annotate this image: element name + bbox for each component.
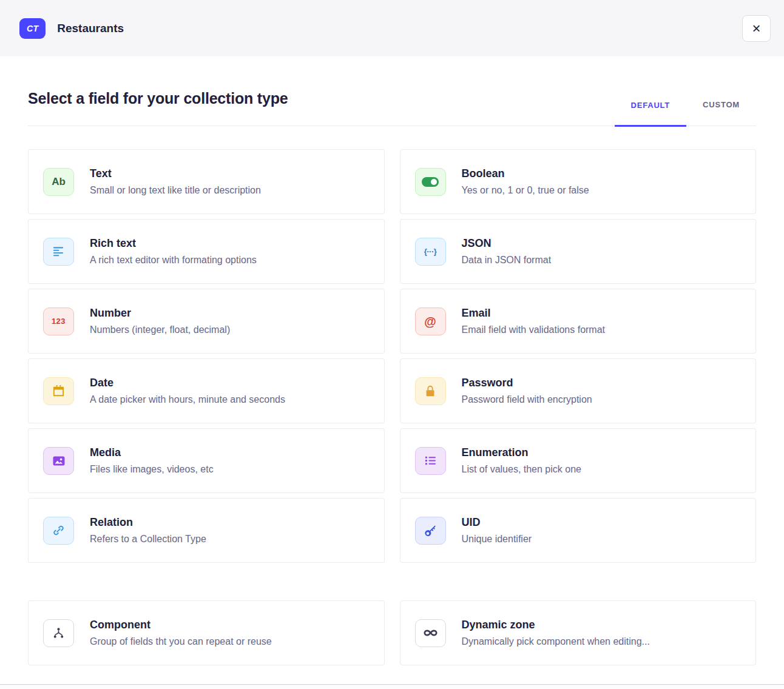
modal-header: CT Restaurants × — [0, 0, 784, 56]
title-row: Select a field for your collection type … — [28, 90, 756, 126]
field-description: Numbers (integer, float, decimal) — [90, 324, 230, 335]
field-card-boolean[interactable]: Boolean Yes or no, 1 or 0, true or false — [400, 149, 757, 214]
field-name: Text — [90, 167, 261, 180]
field-name: Media — [90, 446, 214, 459]
field-card-text[interactable]: Ab Text Small or long text like title or… — [28, 149, 385, 214]
richtext-icon — [43, 238, 74, 266]
field-card-json[interactable]: {···} JSON Data in JSON format — [400, 219, 757, 284]
field-description: List of values, then pick one — [462, 464, 581, 475]
media-icon — [43, 447, 74, 475]
field-name: Dynamic zone — [462, 619, 650, 631]
boolean-icon — [415, 168, 446, 196]
relation-icon — [43, 517, 74, 545]
tab-custom[interactable]: CUSTOM — [686, 100, 756, 126]
field-description: Dynamically pick component when editing.… — [462, 636, 650, 647]
field-description: Small or long text like title or descrip… — [90, 185, 261, 196]
field-grid-bottom: Component Group of fields tht you can re… — [28, 600, 756, 665]
field-card-date[interactable]: Date A date picker with hours, minute an… — [28, 358, 385, 423]
json-icon: {···} — [415, 238, 446, 266]
field-card-media[interactable]: Media Files like images, videos, etc — [28, 428, 385, 493]
field-name: Email — [462, 307, 606, 320]
field-card-relation[interactable]: Relation Refers to a Collection Type — [28, 498, 385, 563]
field-description: A date picker with hours, minute and sec… — [90, 394, 285, 405]
field-description: Yes or no, 1 or 0, true or false — [462, 185, 589, 196]
field-description: Email field with validations format — [462, 324, 606, 335]
password-icon — [415, 377, 446, 405]
collection-title: Restaurants — [57, 22, 124, 35]
modal-body: Select a field for your collection type … — [0, 90, 784, 665]
field-name: Relation — [90, 516, 206, 529]
field-name: Enumeration — [462, 446, 581, 459]
uid-icon — [415, 517, 446, 545]
field-description: Unique identifier — [462, 534, 532, 545]
date-icon — [43, 377, 74, 405]
field-name: Password — [462, 377, 592, 389]
component-icon — [43, 619, 74, 647]
close-icon: × — [752, 21, 760, 36]
dynamiczone-icon — [415, 619, 446, 647]
field-name: Number — [90, 307, 230, 320]
close-button[interactable]: × — [742, 15, 771, 42]
field-name: Boolean — [462, 167, 589, 180]
field-name: Rich text — [90, 237, 257, 250]
modal-footer-edge — [0, 684, 784, 689]
number-icon: 123 — [43, 308, 74, 335]
field-card-password[interactable]: Password Password field with encryption — [400, 358, 757, 423]
email-icon: @ — [415, 308, 446, 335]
field-description: Files like images, videos, etc — [90, 464, 214, 475]
field-card-email[interactable]: @ Email Email field with validations for… — [400, 289, 757, 354]
page-title: Select a field for your collection type — [28, 90, 288, 126]
field-description: Group of fields tht you can repeat or re… — [90, 636, 272, 647]
field-description: Data in JSON format — [462, 255, 552, 266]
field-card-richtext[interactable]: Rich text A rich text editor with format… — [28, 219, 385, 284]
field-grid-main: Ab Text Small or long text like title or… — [28, 149, 756, 563]
field-description: Refers to a Collection Type — [90, 534, 206, 545]
enumeration-icon — [415, 447, 446, 475]
field-name: UID — [462, 516, 532, 529]
field-name: Date — [90, 377, 285, 389]
modal-header-left: CT Restaurants — [19, 18, 124, 39]
field-card-enumeration[interactable]: Enumeration List of values, then pick on… — [400, 428, 757, 493]
field-description: A rich text editor with formating option… — [90, 255, 257, 266]
field-name: JSON — [462, 237, 552, 250]
tabs: DEFAULT CUSTOM — [615, 100, 756, 126]
field-card-number[interactable]: 123 Number Numbers (integer, float, deci… — [28, 289, 385, 354]
text-icon: Ab — [43, 168, 74, 196]
field-card-dynamiczone[interactable]: Dynamic zone Dynamically pick component … — [400, 600, 757, 665]
field-name: Component — [90, 619, 272, 631]
field-description: Password field with encryption — [462, 394, 592, 405]
field-card-uid[interactable]: UID Unique identifier — [400, 498, 757, 563]
collection-type-badge: CT — [19, 18, 46, 39]
field-card-component[interactable]: Component Group of fields tht you can re… — [28, 600, 385, 665]
tab-default[interactable]: DEFAULT — [615, 100, 687, 127]
